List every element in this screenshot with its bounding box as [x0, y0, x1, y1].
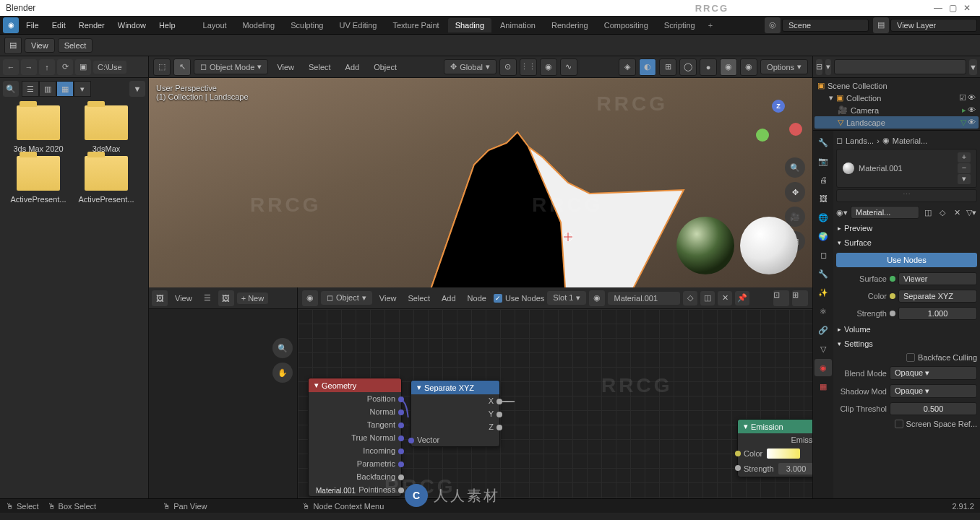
ssr-checkbox[interactable] [895, 420, 903, 428]
editor-type-icon[interactable]: ▤ [4, 37, 22, 54]
view-grid-icon[interactable]: ▦ [56, 81, 74, 97]
tab-layout[interactable]: Layout [196, 18, 234, 32]
folder-item[interactable]: 3dsMax [74, 105, 139, 153]
axis-y[interactable] [756, 129, 769, 142]
cursor-tool-icon[interactable]: ↖ [173, 58, 191, 76]
tab-data-icon[interactable]: ▽ [814, 340, 832, 358]
tab-view-icon[interactable]: 🖼 [814, 190, 832, 207]
tree-collection[interactable]: ▾▣Collection☑👁 [814, 92, 979, 104]
zoom-icon[interactable]: 🔍 [785, 157, 805, 178]
search-icon[interactable]: 🔍 [3, 81, 19, 97]
view-more-icon[interactable]: ▾ [74, 81, 91, 97]
delete-icon[interactable]: ✕ [718, 291, 732, 306]
menu-render[interactable]: Render [73, 18, 111, 32]
render-shade-icon[interactable]: ◉ [740, 58, 757, 76]
tab-texture[interactable]: Texture Paint [385, 18, 446, 32]
ie-view[interactable]: View [171, 292, 197, 305]
blender-logo-icon[interactable]: ◉ [3, 17, 19, 33]
menu-window[interactable]: Window [112, 18, 152, 32]
blend-select[interactable]: Opaque ▾ [890, 366, 977, 380]
filter-icon[interactable]: ▼ [129, 81, 145, 97]
socket-dot[interactable] [890, 293, 895, 299]
scene-field[interactable]: Scene [782, 19, 869, 32]
tab-compositing[interactable]: Compositing [597, 18, 656, 32]
tab-physics-icon[interactable]: ⚛ [814, 303, 832, 320]
axis-z[interactable]: Z [772, 100, 785, 113]
node-canvas[interactable]: ▾Geometry Position Normal Tangent True N… [298, 309, 812, 498]
zoom-icon[interactable]: 🔍 [272, 338, 293, 358]
scene-icon[interactable]: ◎ [765, 17, 781, 33]
select-menu[interactable]: Select [58, 38, 93, 53]
nav-fwd-icon[interactable]: → [21, 59, 37, 75]
filter-icon[interactable]: ▼ [969, 59, 977, 75]
menu-help[interactable]: Help [153, 18, 181, 32]
vp-view[interactable]: View [271, 61, 300, 74]
nav-up-icon[interactable]: ↑ [39, 59, 55, 75]
surface-value[interactable]: Viewer [898, 272, 977, 285]
ne-add[interactable]: Add [437, 292, 460, 305]
strength-value[interactable]: 1.000 [898, 307, 977, 320]
slot-select[interactable]: Slot 1▾ [547, 291, 586, 305]
nav-back-icon[interactable]: ← [3, 59, 19, 75]
tab-material-icon[interactable]: ◉ [814, 359, 832, 376]
move-icon[interactable]: ✥ [785, 182, 805, 202]
tab-sculpting[interactable]: Sculpting [283, 18, 330, 32]
tree-landscape[interactable]: ▽Landscape▽👁 [814, 116, 979, 129]
axis-x[interactable] [789, 123, 802, 136]
solid-shade-icon[interactable]: ● [700, 58, 717, 76]
ne-mode-select[interactable]: ◻Object▾ [321, 291, 372, 305]
strength-value[interactable]: 3.000 [778, 463, 812, 474]
gizmo-icon[interactable]: ◈ [619, 58, 636, 76]
backface-checkbox[interactable] [906, 353, 915, 362]
tab-modifier-icon[interactable]: 🔧 [814, 265, 832, 282]
socket-dot[interactable] [890, 276, 895, 282]
ie-plus[interactable]: + New [237, 292, 269, 304]
mat-copy-icon[interactable]: ◇ [937, 208, 948, 217]
section-surface[interactable]: ▾Surface [836, 235, 977, 250]
tab-animation[interactable]: Animation [493, 18, 543, 32]
tab-texture-icon[interactable]: ▦ [814, 378, 832, 395]
options-dropdown[interactable]: Options▾ [760, 59, 808, 74]
view-col-icon[interactable]: ▥ [39, 81, 56, 97]
unlink-icon[interactable]: ◫ [700, 291, 715, 306]
matprev-shade-icon[interactable]: ◉ [720, 58, 737, 76]
folder-item[interactable]: ActivePresent... [74, 156, 139, 204]
slot-add-button[interactable]: + [958, 152, 971, 162]
add-workspace-button[interactable]: + [704, 18, 717, 32]
view-list-icon[interactable]: ☰ [22, 81, 39, 97]
image-editor-canvas[interactable]: 🔍 ✋ [149, 309, 298, 498]
vp-select[interactable]: Select [303, 61, 337, 74]
ne-select[interactable]: Select [403, 292, 434, 305]
tab-tool-icon[interactable]: 🔧 [814, 134, 832, 151]
tab-modeling[interactable]: Modeling [236, 18, 283, 32]
nav-newfolder-icon[interactable]: ▣ [75, 59, 91, 75]
nav-gizmo[interactable]: Z [756, 100, 799, 143]
orientation-select[interactable]: ✥Global▾ [444, 59, 497, 74]
tab-render-icon[interactable]: 📷 [814, 152, 832, 170]
curve-icon[interactable]: ∿ [560, 58, 577, 76]
clip-value[interactable]: 0.500 [890, 402, 977, 415]
tab-uv[interactable]: UV Editing [332, 18, 384, 32]
section-settings[interactable]: ▾Settings [836, 337, 977, 351]
view-menu[interactable]: View [25, 38, 55, 53]
snap-to-icon[interactable]: ⋮⋮ [520, 58, 537, 76]
editor-type-icon[interactable]: 🖼 [152, 290, 168, 306]
material-name-field[interactable]: Material... [851, 206, 919, 219]
ie-image-icon[interactable]: 🖼 [218, 290, 234, 306]
minimize-button[interactable]: — [931, 3, 945, 13]
menu-file[interactable]: File [20, 18, 45, 32]
close-button[interactable]: ✕ [960, 3, 974, 13]
mat-menu-icon[interactable]: ▽▾ [966, 208, 977, 217]
viewport-3d[interactable]: User Perspective (1) Collection | Landsc… [149, 78, 812, 287]
check-icon[interactable]: ☑ [959, 93, 966, 103]
node-separate-xyz[interactable]: ▾Separate XYZ X Y Z Vector [411, 380, 500, 447]
menu-edit[interactable]: Edit [46, 18, 72, 32]
snap-ne-icon[interactable]: ⊡ [773, 290, 789, 306]
ie-hamburger-icon[interactable]: ☰ [199, 291, 215, 305]
tab-particle-icon[interactable]: ✨ [814, 284, 832, 301]
prop-edit-icon[interactable]: ◉ [540, 58, 557, 76]
pin-icon[interactable]: 📌 [735, 291, 749, 306]
tree-camera[interactable]: 🎥Camera▸👁 [814, 104, 979, 116]
ne-view[interactable]: View [375, 292, 401, 305]
snap-icon[interactable]: ⊙ [499, 58, 517, 76]
